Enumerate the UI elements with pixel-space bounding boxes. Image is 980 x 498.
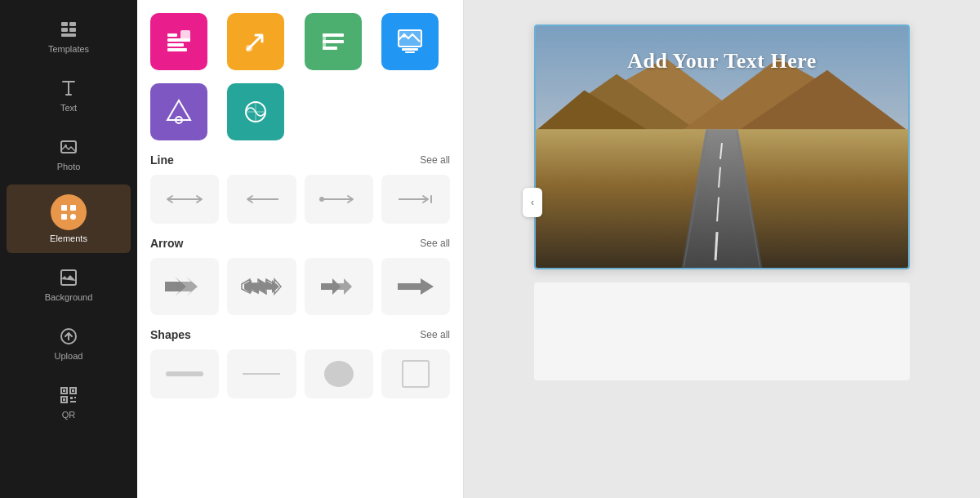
svg-rect-19: [70, 397, 73, 399]
svg-rect-16: [72, 389, 74, 392]
svg-rect-24: [167, 43, 184, 47]
sidebar: Templates Text Photo: [0, 0, 137, 498]
below-canvas-area: [534, 282, 910, 380]
sidebar-item-label-qr: QR: [62, 410, 76, 420]
svg-line-56: [715, 232, 717, 260]
background-icon: [57, 266, 80, 289]
placeholder-tile-1: [305, 83, 362, 140]
element-tile-orange[interactable]: [227, 13, 284, 70]
svg-rect-36: [405, 51, 415, 53]
elements-panel: Line See all: [137, 0, 464, 498]
elements-icon: [51, 194, 87, 230]
line-see-all[interactable]: See all: [420, 154, 450, 166]
canvas-wrapper: Add Your Text Here ‹: [534, 24, 910, 380]
collapse-panel-button[interactable]: ‹: [523, 188, 542, 217]
sidebar-item-upload[interactable]: Upload: [7, 315, 131, 371]
svg-rect-8: [70, 205, 76, 211]
line-grid: [150, 175, 450, 224]
upload-icon: [57, 325, 80, 348]
arrow-tile-3[interactable]: [305, 258, 373, 315]
photo-icon: [57, 136, 80, 158]
shape-grid: [150, 349, 450, 398]
svg-rect-0: [61, 22, 68, 26]
canvas-text-overlay[interactable]: Add Your Text Here: [536, 49, 908, 73]
svg-rect-7: [61, 205, 67, 211]
sidebar-item-qr[interactable]: QR: [7, 374, 131, 429]
sidebar-item-photo[interactable]: Photo: [7, 126, 131, 181]
placeholder-tile-2: [381, 83, 439, 140]
svg-point-27: [246, 45, 252, 51]
svg-point-10: [70, 214, 76, 220]
shape-tile-1[interactable]: [150, 349, 219, 398]
svg-rect-4: [61, 33, 76, 37]
shapes-see-all[interactable]: See all: [420, 329, 450, 340]
svg-rect-35: [402, 48, 418, 51]
templates-icon: [57, 18, 80, 41]
svg-rect-3: [69, 28, 76, 32]
svg-rect-20: [74, 397, 76, 398]
shapes-section-header: Shapes See all: [150, 328, 450, 341]
line-tile-1[interactable]: [150, 175, 219, 224]
shape-tile-4[interactable]: [381, 349, 450, 398]
sidebar-item-label-elements: Elements: [50, 233, 87, 243]
svg-rect-2: [61, 28, 68, 32]
element-tile-pink[interactable]: [150, 13, 207, 70]
canvas-area: Add Your Text Here ‹: [464, 0, 980, 498]
element-tile-green[interactable]: [305, 13, 362, 70]
collapse-icon: ‹: [531, 197, 534, 208]
line-title: Line: [150, 153, 174, 167]
arrow-tile-4[interactable]: [381, 258, 450, 315]
svg-rect-44: [403, 361, 429, 387]
arrow-grid: [150, 258, 450, 315]
svg-rect-32: [399, 30, 421, 47]
svg-rect-41: [166, 371, 203, 376]
arrow-title: Arrow: [150, 237, 183, 250]
text-icon: [57, 77, 80, 100]
arrow-section-header: Arrow See all: [150, 237, 450, 250]
svg-point-40: [319, 197, 324, 202]
svg-rect-5: [61, 141, 76, 153]
top-icon-grid-row2: [150, 83, 450, 140]
sidebar-item-templates[interactable]: Templates: [7, 8, 131, 64]
svg-rect-22: [167, 33, 177, 37]
element-tile-purple[interactable]: [150, 83, 207, 140]
svg-rect-14: [63, 389, 65, 392]
top-icon-grid-row1: [150, 13, 450, 70]
arrow-tile-1[interactable]: [150, 258, 219, 315]
svg-rect-1: [69, 22, 76, 26]
sidebar-item-label-background: Background: [45, 292, 93, 302]
line-tile-4[interactable]: [381, 175, 450, 224]
sidebar-item-elements[interactable]: Elements: [7, 185, 131, 253]
line-tile-3[interactable]: [305, 175, 373, 224]
shape-tile-2[interactable]: [227, 349, 296, 398]
svg-rect-31: [323, 33, 326, 50]
sidebar-item-label-text: Text: [60, 103, 77, 113]
qr-icon: [57, 384, 80, 407]
line-section-header: Line See all: [150, 153, 450, 167]
sidebar-item-text[interactable]: Text: [7, 67, 131, 122]
svg-point-34: [403, 34, 406, 38]
shape-tile-3[interactable]: [305, 349, 373, 398]
svg-rect-25: [167, 48, 187, 51]
sidebar-item-background[interactable]: Background: [7, 256, 131, 312]
element-tile-blue[interactable]: [381, 13, 439, 70]
shapes-title: Shapes: [150, 328, 191, 341]
svg-rect-18: [63, 398, 65, 401]
sidebar-item-label-upload: Upload: [55, 351, 83, 361]
line-tile-2[interactable]: [227, 175, 296, 224]
canvas-slide[interactable]: Add Your Text Here: [534, 24, 910, 269]
svg-rect-21: [70, 401, 76, 402]
svg-rect-9: [61, 214, 67, 220]
svg-rect-26: [180, 30, 190, 40]
svg-point-43: [324, 361, 354, 387]
element-tile-teal[interactable]: [227, 83, 284, 140]
sidebar-item-label-photo: Photo: [57, 162, 81, 171]
arrow-tile-2[interactable]: [227, 258, 296, 315]
arrow-see-all[interactable]: See all: [420, 238, 450, 249]
sidebar-item-label-templates: Templates: [48, 44, 89, 54]
